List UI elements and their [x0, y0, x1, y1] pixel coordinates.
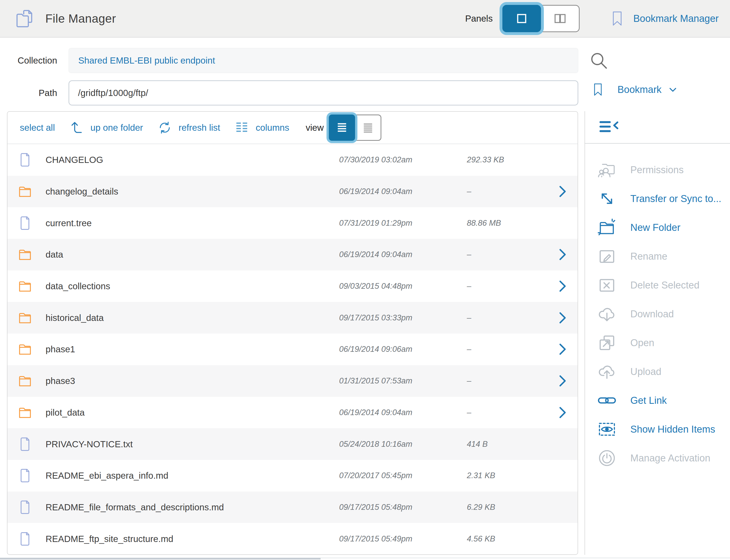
- folder-icon: [18, 341, 32, 357]
- file-name: phase1: [46, 344, 339, 354]
- file-size: 414 B: [467, 440, 554, 449]
- file-row[interactable]: pilot_data06/19/2014 09:04am–: [7, 397, 578, 428]
- select-all-button[interactable]: select all: [20, 123, 55, 133]
- up-one-folder-button[interactable]: up one folder: [69, 120, 143, 135]
- refresh-list-button[interactable]: refresh list: [158, 120, 220, 135]
- file-size: –: [467, 187, 554, 196]
- open-folder-chevron-icon[interactable]: [554, 184, 570, 199]
- file-name: historical_data: [46, 313, 339, 323]
- single-panel-button[interactable]: [502, 5, 541, 32]
- sidebar-item-label: Manage Activation: [630, 453, 710, 464]
- rename-icon: [597, 246, 617, 266]
- sidebar-item-label: New Folder: [630, 222, 680, 233]
- compact-view-button[interactable]: [355, 115, 382, 141]
- sidebar-item-show-hidden[interactable]: Show Hidden Items: [585, 415, 730, 444]
- open-folder-chevron-icon[interactable]: [554, 310, 570, 326]
- open-folder-chevron-icon[interactable]: [554, 342, 570, 357]
- search-icon[interactable]: [589, 51, 609, 71]
- chevron-down-icon: [667, 84, 679, 95]
- file-row[interactable]: historical_data09/17/2015 03:33pm–: [7, 302, 578, 334]
- sidebar-item-manage-activation: Manage Activation: [585, 444, 730, 473]
- chevron-placeholder: [554, 531, 570, 547]
- sidebar-item-upload: Upload: [585, 357, 730, 386]
- folder-icon: [18, 373, 32, 389]
- bookmark-ribbon-icon: [610, 11, 624, 27]
- open-folder-chevron-icon[interactable]: [554, 278, 570, 294]
- file-name: phase3: [46, 376, 339, 386]
- file-list: CHANGELOG07/30/2019 03:02am292.33 KBchan…: [7, 144, 578, 555]
- file-date: 09/17/2015 03:33pm: [339, 313, 467, 322]
- sidebar-item-transfer[interactable]: Transfer or Sync to...: [585, 184, 730, 213]
- bookmark-icon: [592, 82, 604, 97]
- file-size: –: [467, 376, 554, 386]
- folder-icon: [18, 247, 32, 263]
- sidebar-item-label: Open: [630, 337, 654, 348]
- folder-icon: [18, 405, 32, 421]
- chevron-placeholder: [554, 468, 570, 483]
- file-size: 2.31 KB: [467, 471, 554, 480]
- file-date: 06/19/2014 09:04am: [339, 187, 467, 196]
- sidebar-item-label: Download: [630, 309, 674, 320]
- show-hidden-icon: [597, 419, 617, 439]
- file-row[interactable]: CHANGELOG07/30/2019 03:02am292.33 KB: [7, 144, 578, 176]
- file-name: data_collections: [46, 281, 339, 291]
- file-row[interactable]: changelog_details06/19/2014 09:04am–: [7, 176, 578, 207]
- folder-icon: [18, 310, 32, 326]
- chevron-placeholder: [554, 500, 570, 515]
- collapse-sidebar-icon[interactable]: [597, 119, 621, 135]
- panels-label: Panels: [465, 13, 493, 24]
- sidebar-item-open: Open: [585, 328, 730, 357]
- file-icon: [18, 499, 32, 515]
- file-size: 292.33 KB: [467, 155, 554, 164]
- sidebar-item-get-link[interactable]: Get Link: [585, 386, 730, 415]
- open-folder-chevron-icon[interactable]: [554, 405, 570, 420]
- dual-panel-button[interactable]: [541, 5, 580, 32]
- file-date: 05/24/2018 10:16am: [339, 440, 467, 449]
- columns-button[interactable]: columns: [234, 120, 289, 135]
- sidebar-item-label: Transfer or Sync to...: [630, 193, 721, 204]
- sidebar-top-bar: [585, 111, 730, 144]
- up-arrow-icon: [69, 120, 84, 135]
- file-size: –: [467, 250, 554, 259]
- file-name: pilot_data: [46, 407, 339, 418]
- file-date: 06/19/2014 09:04am: [339, 408, 467, 417]
- file-row[interactable]: data06/19/2014 09:04am–: [7, 239, 578, 270]
- path-row: Path: [0, 80, 578, 106]
- file-date: 01/31/2015 07:53am: [339, 376, 467, 386]
- file-row[interactable]: phase106/19/2014 09:06am–: [7, 334, 578, 365]
- file-date: 09/03/2015 04:48pm: [339, 282, 467, 291]
- open-folder-chevron-icon[interactable]: [554, 373, 570, 389]
- file-date: 09/17/2015 05:49pm: [339, 534, 467, 544]
- sidebar-item-new-folder[interactable]: New Folder: [585, 213, 730, 242]
- bookmark-button[interactable]: Bookmark: [592, 82, 679, 97]
- open-folder-chevron-icon[interactable]: [554, 247, 570, 262]
- upload-icon: [597, 362, 617, 382]
- file-size: –: [467, 408, 554, 417]
- file-row[interactable]: data_collections09/03/2015 04:48pm–: [7, 270, 578, 302]
- collection-row: Collection Shared EMBL-EBI public endpoi…: [0, 48, 578, 73]
- file-name: README_ftp_site_structure.md: [46, 534, 339, 544]
- bookmark-manager-link[interactable]: Bookmark Manager: [610, 11, 719, 27]
- path-input[interactable]: [68, 80, 578, 106]
- file-row[interactable]: current.tree07/31/2019 01:29pm88.86 MB: [7, 207, 578, 239]
- folder-icon: [18, 278, 32, 294]
- file-row[interactable]: PRIVACY-NOTICE.txt05/24/2018 10:16am414 …: [7, 428, 578, 460]
- sidebar-item-label: Upload: [630, 366, 661, 377]
- sidebar-menu: PermissionsTransfer or Sync to...New Fol…: [585, 144, 730, 473]
- app-header: File Manager Panels Bookmark Manager: [0, 0, 730, 38]
- file-row[interactable]: README_ebi_aspera_info.md07/20/2017 05:4…: [7, 460, 578, 492]
- file-name: CHANGELOG: [46, 155, 339, 165]
- view-toggle: [329, 115, 382, 141]
- file-row[interactable]: README_ftp_site_structure.md09/17/2015 0…: [7, 523, 578, 555]
- download-icon: [597, 304, 617, 324]
- list-view-button[interactable]: [329, 115, 355, 141]
- collection-field[interactable]: Shared EMBL-EBI public endpoint: [68, 48, 578, 73]
- refresh-icon: [158, 120, 172, 135]
- file-row[interactable]: README_file_formats_and_descriptions.md0…: [7, 492, 578, 523]
- file-row[interactable]: phase301/31/2015 07:53am–: [7, 365, 578, 397]
- sidebar-item-label: Show Hidden Items: [630, 424, 715, 435]
- file-icon: [18, 436, 32, 452]
- dual-panel-icon: [552, 11, 568, 27]
- file-name: changelog_details: [46, 186, 339, 197]
- file-date: 07/30/2019 03:02am: [339, 155, 467, 164]
